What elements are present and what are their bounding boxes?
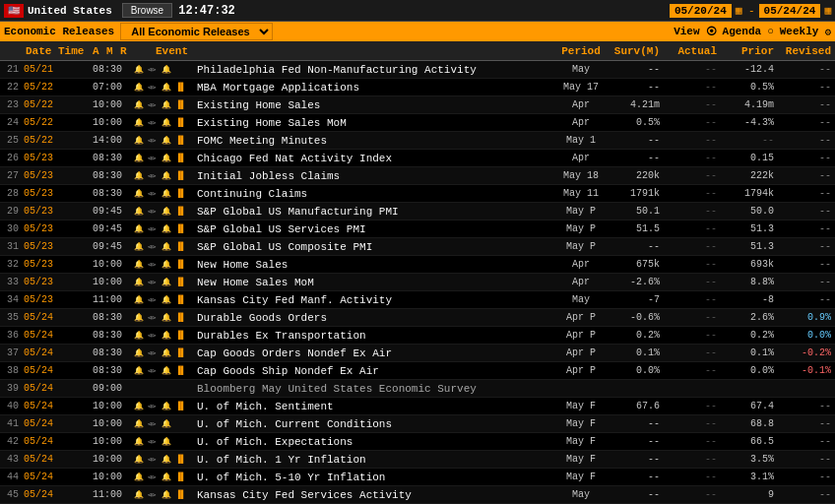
row-event[interactable]: U. of Mich. 5-10 Yr Inflation	[197, 472, 555, 483]
row-alert[interactable]: 🔔	[134, 313, 148, 322]
row-alert[interactable]: 🔔	[134, 331, 148, 340]
row-alert[interactable]: 🔔	[134, 100, 148, 109]
row-alert[interactable]: 🔔	[134, 154, 148, 162]
browse-button[interactable]: Browse	[122, 3, 172, 18]
filter-dropdown[interactable]: All Economic Releases	[120, 23, 273, 40]
table-row[interactable]: 43 05/24 10:00 🔔 ⊲⊳ 🔔 ▐▌ U. of Mich. 1 Y…	[0, 451, 835, 469]
row-chart-icon[interactable]: ▐▌	[175, 348, 197, 358]
row-chart-icon[interactable]: ▐▌	[175, 313, 197, 323]
row-media[interactable]: ⊲⊳	[148, 84, 161, 92]
table-row[interactable]: 36 05/24 08:30 🔔 ⊲⊳ 🔔 ▐▌ Durables Ex Tra…	[0, 327, 835, 345]
table-row[interactable]: 35 05/24 08:30 🔔 ⊲⊳ 🔔 ▐▌ Durable Goods O…	[0, 309, 835, 327]
row-event[interactable]: Existing Home Sales	[197, 99, 555, 111]
row-reminder[interactable]: 🔔	[161, 366, 175, 375]
weekly-label[interactable]: Weekly	[780, 26, 819, 37]
row-event[interactable]: Durable Goods Orders	[197, 312, 555, 324]
row-chart-icon[interactable]: ▐▌	[175, 100, 197, 110]
row-event[interactable]: S&P Global US Manufacturing PMI	[197, 206, 555, 218]
row-event[interactable]: Philadelphia Fed Non-Manufacturing Activ…	[197, 64, 555, 76]
row-media[interactable]: ⊲⊳	[148, 208, 161, 216]
row-chart-icon[interactable]: ▐▌	[175, 207, 197, 217]
row-reminder[interactable]: 🔔	[161, 154, 175, 162]
row-chart-icon[interactable]: ▐▌	[175, 366, 197, 376]
row-chart-icon[interactable]: ▐▌	[175, 118, 197, 128]
table-row[interactable]: 31 05/23 09:45 🔔 ⊲⊳ 🔔 ▐▌ S&P Global US C…	[0, 238, 835, 256]
row-media[interactable]: ⊲⊳	[148, 403, 161, 410]
date-to[interactable]: 05/24/24	[759, 4, 821, 18]
row-alert[interactable]: 🔔	[134, 278, 148, 286]
row-chart-icon[interactable]: ▐▌	[175, 455, 197, 465]
table-row[interactable]: 23 05/22 10:00 🔔 ⊲⊳ 🔔 ▐▌ Existing Home S…	[0, 96, 835, 114]
row-reminder[interactable]: 🔔	[161, 171, 175, 180]
table-row[interactable]: 41 05/24 10:00 🔔 ⊲⊳ 🔔 U. of Mich. Curren…	[0, 415, 835, 433]
row-media[interactable]: ⊲⊳	[148, 438, 161, 446]
row-media[interactable]: ⊲⊳	[148, 456, 161, 464]
row-media[interactable]: ⊲⊳	[148, 155, 161, 162]
row-media[interactable]: ⊲⊳	[148, 190, 161, 198]
row-alert[interactable]: 🔔	[134, 348, 148, 357]
agenda-label[interactable]: Agenda	[723, 26, 762, 37]
row-event[interactable]: Chicago Fed Nat Activity Index	[197, 153, 555, 164]
table-row[interactable]: 26 05/23 08:30 🔔 ⊲⊳ 🔔 ▐▌ Chicago Fed Nat…	[0, 150, 835, 167]
row-reminder[interactable]: 🔔	[161, 189, 175, 198]
row-reminder[interactable]: 🔔	[161, 402, 175, 410]
table-row[interactable]: 21 05/21 08:30 🔔 ⊲⊳ 🔔 Philadelphia Fed N…	[0, 61, 835, 79]
row-reminder[interactable]: 🔔	[161, 278, 175, 286]
table-row[interactable]: 44 05/24 10:00 🔔 ⊲⊳ 🔔 ▐▌ U. of Mich. 5-1…	[0, 469, 835, 486]
row-alert[interactable]: 🔔	[134, 189, 148, 198]
row-chart-icon[interactable]: ▐▌	[175, 472, 197, 482]
row-chart-icon[interactable]: ▐▌	[175, 189, 197, 199]
row-media[interactable]: ⊲⊳	[148, 101, 161, 109]
row-chart-icon[interactable]: ▐▌	[175, 136, 197, 146]
row-alert[interactable]: 🔔	[134, 260, 148, 269]
calendar-icon[interactable]: ▦	[824, 4, 831, 17]
row-chart-icon[interactable]: ▐▌	[175, 260, 197, 270]
row-chart-icon[interactable]: ▐▌	[175, 331, 197, 341]
row-event[interactable]: MBA Mortgage Applications	[197, 82, 555, 94]
row-alert[interactable]: 🔔	[134, 366, 148, 375]
row-reminder[interactable]: 🔔	[161, 260, 175, 269]
table-row[interactable]: 27 05/23 08:30 🔔 ⊲⊳ 🔔 ▐▌ Initial Jobless…	[0, 167, 835, 185]
row-reminder[interactable]: 🔔	[161, 472, 175, 481]
row-reminder[interactable]: 🔔	[161, 207, 175, 216]
table-row[interactable]: 34 05/23 11:00 🔔 ⊲⊳ 🔔 ▐▌ Kansas City Fed…	[0, 291, 835, 309]
row-event[interactable]: Durables Ex Transportation	[197, 330, 555, 342]
row-media[interactable]: ⊲⊳	[148, 473, 161, 481]
row-event[interactable]: U. of Mich. Current Conditions	[197, 418, 555, 430]
row-event[interactable]: FOMC Meeting Minutes	[197, 135, 555, 147]
table-row[interactable]: 25 05/22 14:00 🔔 ⊲⊳ 🔔 ▐▌ FOMC Meeting Mi…	[0, 132, 835, 150]
row-media[interactable]: ⊲⊳	[148, 119, 161, 127]
row-alert[interactable]: 🔔	[134, 419, 148, 428]
row-media[interactable]: ⊲⊳	[148, 172, 161, 180]
row-chart-icon[interactable]: ▐▌	[175, 490, 197, 500]
row-alert[interactable]: 🔔	[134, 171, 148, 180]
radio-weekly[interactable]: ○	[767, 26, 774, 37]
table-row[interactable]: 30 05/23 09:45 🔔 ⊲⊳ 🔔 ▐▌ S&P Global US S…	[0, 220, 835, 238]
row-chart-icon[interactable]: ▐▌	[175, 402, 197, 411]
table-row[interactable]: 37 05/24 08:30 🔔 ⊲⊳ 🔔 ▐▌ Cap Goods Order…	[0, 345, 835, 362]
row-chart-icon[interactable]: ▐▌	[175, 154, 197, 163]
settings-icon[interactable]: ⚙	[824, 26, 831, 38]
row-event[interactable]: Continuing Claims	[197, 188, 555, 200]
table-row[interactable]: 28 05/23 08:30 🔔 ⊲⊳ 🔔 ▐▌ Continuing Clai…	[0, 185, 835, 203]
row-event[interactable]: New Home Sales MoM	[197, 277, 555, 288]
row-media[interactable]: ⊲⊳	[148, 261, 161, 269]
row-reminder[interactable]: 🔔	[161, 242, 175, 251]
row-event[interactable]: Kansas City Fed Services Activity	[197, 489, 555, 501]
row-reminder[interactable]: 🔔	[161, 490, 175, 499]
country-name[interactable]: United States	[28, 5, 112, 17]
row-reminder[interactable]: 🔔	[161, 455, 175, 464]
row-media[interactable]: ⊲⊳	[148, 225, 161, 233]
row-event[interactable]: Kansas City Fed Manf. Activity	[197, 294, 555, 306]
row-event[interactable]: S&P Global US Services PMI	[197, 223, 555, 235]
row-reminder[interactable]: 🔔	[161, 65, 175, 74]
table-row[interactable]: 22 05/22 07:00 🔔 ⊲⊳ 🔔 ▐▌ MBA Mortgage Ap…	[0, 79, 835, 96]
table-row[interactable]: 39 05/24 09:00 Bloomberg May United Stat…	[0, 380, 835, 398]
row-alert[interactable]: 🔔	[134, 455, 148, 464]
row-chart-icon[interactable]: ▐▌	[175, 171, 197, 181]
row-alert[interactable]: 🔔	[134, 490, 148, 499]
table-row[interactable]: 38 05/24 08:30 🔔 ⊲⊳ 🔔 ▐▌ Cap Goods Ship …	[0, 362, 835, 380]
row-media[interactable]: ⊲⊳	[148, 349, 161, 357]
table-row[interactable]: 40 05/24 10:00 🔔 ⊲⊳ 🔔 ▐▌ U. of Mich. Sen…	[0, 398, 835, 415]
row-media[interactable]: ⊲⊳	[148, 137, 161, 145]
